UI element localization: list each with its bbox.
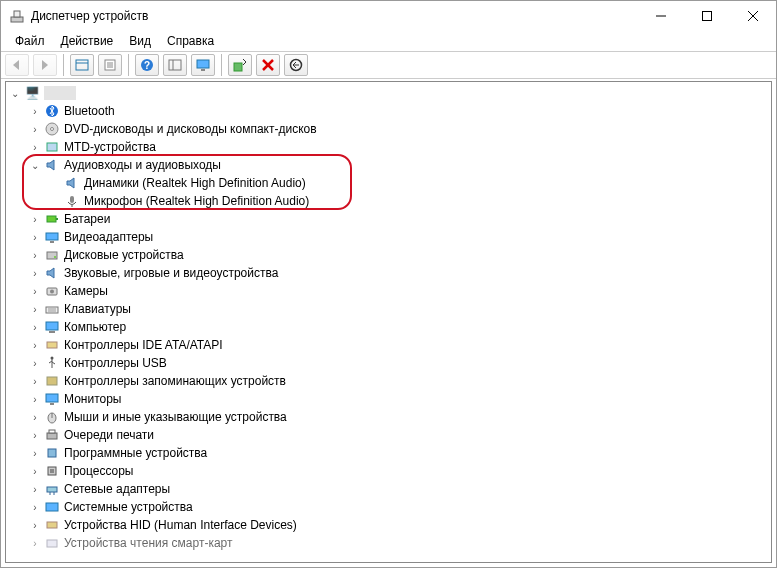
svg-rect-14 — [169, 60, 181, 70]
chevron-right-icon[interactable]: › — [28, 518, 42, 532]
properties-button[interactable] — [98, 54, 122, 76]
camera-icon — [44, 283, 60, 299]
show-hidden-button[interactable] — [70, 54, 94, 76]
menubar: Файл Действие Вид Справка — [1, 31, 776, 51]
svg-rect-6 — [76, 60, 88, 70]
node-mice[interactable]: › Мыши и иные указывающие устройства — [6, 408, 771, 426]
svg-rect-0 — [11, 17, 23, 22]
forward-button[interactable] — [33, 54, 57, 76]
svg-point-24 — [51, 128, 54, 131]
maximize-button[interactable] — [684, 1, 730, 31]
node-computer[interactable]: › Компьютер — [6, 318, 771, 336]
chevron-right-icon[interactable]: › — [28, 248, 42, 262]
node-audio-io[interactable]: ⌄ Аудиовходы и аудиовыходы — [6, 156, 771, 174]
computer-icon: 🖥️ — [24, 85, 40, 101]
chevron-right-icon[interactable]: › — [28, 356, 42, 370]
chevron-right-icon[interactable]: › — [28, 104, 42, 118]
node-mtd[interactable]: › MTD-устройства — [6, 138, 771, 156]
svg-rect-57 — [47, 522, 57, 528]
chevron-right-icon[interactable]: › — [28, 122, 42, 136]
disable-button[interactable] — [284, 54, 308, 76]
minimize-button[interactable] — [638, 1, 684, 31]
back-button[interactable] — [5, 54, 29, 76]
svg-rect-52 — [50, 469, 54, 473]
chevron-right-icon[interactable]: › — [28, 338, 42, 352]
svg-rect-3 — [703, 12, 712, 21]
node-network-adapters[interactable]: › Сетевые адаптеры — [6, 480, 771, 498]
close-button[interactable] — [730, 1, 776, 31]
node-processors[interactable]: › Процессоры — [6, 462, 771, 480]
svg-text:?: ? — [144, 60, 150, 71]
chevron-right-icon[interactable]: › — [28, 500, 42, 514]
node-storage-controllers[interactable]: › Контроллеры запоминающих устройств — [6, 372, 771, 390]
svg-rect-28 — [47, 216, 56, 222]
chevron-right-icon[interactable]: › — [28, 140, 42, 154]
chevron-right-icon[interactable]: › — [28, 428, 42, 442]
computer-icon — [44, 319, 60, 335]
node-dvd[interactable]: › DVD-дисководы и дисководы компакт-диск… — [6, 120, 771, 138]
software-device-icon — [44, 445, 60, 461]
chevron-right-icon[interactable]: › — [28, 374, 42, 388]
chevron-down-icon[interactable]: ⌄ — [8, 86, 22, 100]
node-batteries[interactable]: › Батареи — [6, 210, 771, 228]
node-smartcard[interactable]: › Устройства чтения смарт-карт — [6, 534, 771, 552]
menu-file[interactable]: Файл — [7, 32, 53, 50]
menu-action[interactable]: Действие — [53, 32, 122, 50]
node-sound-game-video[interactable]: › Звуковые, игровые и видеоустройства — [6, 264, 771, 282]
battery-icon — [44, 211, 60, 227]
uninstall-button[interactable] — [256, 54, 280, 76]
svg-rect-49 — [49, 430, 55, 433]
scan-hardware-button[interactable] — [228, 54, 252, 76]
node-speakers[interactable]: Динамики (Realtek High Definition Audio) — [6, 174, 771, 192]
usb-icon — [44, 355, 60, 371]
chevron-right-icon[interactable]: › — [28, 230, 42, 244]
chevron-down-icon[interactable]: ⌄ — [28, 158, 42, 172]
chevron-right-icon[interactable]: › — [28, 482, 42, 496]
svg-rect-40 — [49, 331, 55, 333]
menu-help[interactable]: Справка — [159, 32, 222, 50]
svg-rect-16 — [197, 60, 209, 68]
node-bluetooth[interactable]: › Bluetooth — [6, 102, 771, 120]
node-cameras[interactable]: › Камеры — [6, 282, 771, 300]
svg-rect-44 — [46, 394, 58, 402]
node-usb-controllers[interactable]: › Контроллеры USB — [6, 354, 771, 372]
mtd-icon — [44, 139, 60, 155]
node-microphone[interactable]: Микрофон (Realtek High Definition Audio) — [6, 192, 771, 210]
node-hid[interactable]: › Устройства HID (Human Interface Device… — [6, 516, 771, 534]
window-title: Диспетчер устройств — [31, 9, 638, 23]
node-ide-ata[interactable]: › Контроллеры IDE ATA/ATAPI — [6, 336, 771, 354]
chevron-right-icon[interactable]: › — [28, 302, 42, 316]
monitor-button[interactable] — [191, 54, 215, 76]
node-software-devices[interactable]: › Программные устройства — [6, 444, 771, 462]
chevron-right-icon[interactable]: › — [28, 320, 42, 334]
svg-rect-29 — [56, 218, 58, 220]
svg-rect-53 — [47, 487, 57, 492]
svg-rect-17 — [201, 69, 205, 71]
toolbar: ? — [1, 51, 776, 79]
node-keyboards[interactable]: › Клавиатуры — [6, 300, 771, 318]
view-button[interactable] — [163, 54, 187, 76]
node-disk-devices[interactable]: › Дисковые устройства — [6, 246, 771, 264]
chevron-right-icon[interactable]: › — [28, 392, 42, 406]
chevron-right-icon[interactable]: › — [28, 446, 42, 460]
node-system-devices[interactable]: › Системные устройства — [6, 498, 771, 516]
chevron-right-icon[interactable]: › — [28, 410, 42, 424]
svg-point-35 — [50, 290, 54, 294]
svg-point-42 — [51, 357, 54, 360]
chevron-right-icon[interactable]: › — [28, 284, 42, 298]
chevron-right-icon[interactable]: › — [28, 536, 42, 550]
chevron-right-icon[interactable]: › — [28, 212, 42, 226]
device-tree[interactable]: ⌄ 🖥️ › Bluetooth › DVD-дисководы и диско… — [5, 81, 772, 563]
help-button[interactable]: ? — [135, 54, 159, 76]
svg-rect-39 — [46, 322, 58, 330]
root-node[interactable]: ⌄ 🖥️ — [6, 84, 771, 102]
hid-icon — [44, 517, 60, 533]
svg-rect-36 — [46, 307, 58, 313]
chevron-right-icon[interactable]: › — [28, 464, 42, 478]
chevron-right-icon[interactable]: › — [28, 266, 42, 280]
node-video-adapters[interactable]: › Видеоадаптеры — [6, 228, 771, 246]
menu-view[interactable]: Вид — [121, 32, 159, 50]
svg-rect-48 — [47, 433, 57, 439]
node-monitors[interactable]: › Мониторы — [6, 390, 771, 408]
node-print-queues[interactable]: › Очереди печати — [6, 426, 771, 444]
